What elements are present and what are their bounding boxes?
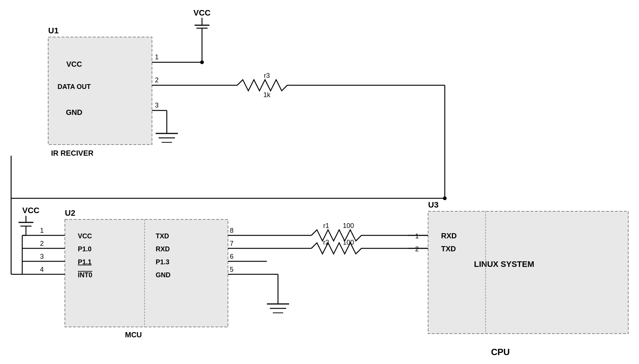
junction-bottom-right — [443, 196, 447, 200]
r2-value: 100 — [343, 239, 354, 246]
u3-rxd-label: RXD — [441, 232, 457, 240]
u2-label: U2 — [65, 208, 75, 218]
u2-vcc-label: VCC — [78, 232, 92, 240]
u3-label: U3 — [428, 200, 438, 209]
u1-name-label: IR RECIVER — [51, 149, 94, 157]
u2-pin5-num: 5 — [230, 266, 234, 273]
u2-pin7-num: 7 — [230, 240, 234, 247]
u3-cpu-label: CPU — [491, 347, 510, 357]
u2-p10-label: P1.0 — [78, 245, 92, 253]
vcc-top-label: VCC — [193, 8, 211, 17]
u2-rxd-label: RXD — [156, 245, 170, 253]
junction-vcc-pin1 — [200, 60, 204, 64]
u2-pin4-num: 4 — [40, 266, 44, 273]
u1-box — [48, 37, 152, 145]
u1-vcc-label: VCC — [66, 60, 82, 68]
u2-name-label: MCU — [125, 331, 142, 339]
u2-p13-label: P1.3 — [156, 258, 169, 266]
u2-pin6-num: 6 — [230, 253, 234, 260]
r1-label: r1 — [323, 222, 329, 229]
u1-dataout-label: DATA OUT — [57, 83, 91, 90]
u1-label: U1 — [48, 26, 59, 35]
schematic-diagram: U1 VCC DATA OUT GND 1 2 3 IR RECIVER VCC — [0, 0, 639, 364]
r3-resistor — [237, 80, 304, 91]
u3-box — [428, 211, 628, 334]
u3-txd-label: TXD — [441, 245, 456, 253]
r1-resistor — [311, 230, 367, 241]
u2-pin8-num: 8 — [230, 227, 234, 234]
u3-pin2-num: 2 — [415, 245, 419, 253]
u3-linux-label: LINUX SYSTEM — [474, 259, 534, 269]
u1-pin1-num: 1 — [155, 53, 159, 61]
u2-gnd-label: GND — [156, 271, 170, 279]
u2-pin1-num: 1 — [40, 227, 44, 234]
u1-gnd-label: GND — [66, 108, 82, 116]
u2-pin3-num: 3 — [40, 253, 44, 260]
u2-int0-label: INT0 — [78, 271, 92, 279]
u2-p11-label: P1.1 — [78, 258, 92, 266]
r3-label: r3 — [264, 72, 270, 79]
r3-value: 1k — [263, 91, 271, 99]
u1-pin3-num: 3 — [155, 102, 159, 109]
u3-pin1-num: 1 — [415, 232, 419, 240]
vcc-bottom-label: VCC — [22, 206, 40, 215]
u1-pin2-num: 2 — [155, 76, 159, 84]
u2-txd-label: TXD — [156, 232, 169, 240]
u2-pin2-num: 2 — [40, 240, 44, 247]
r2-resistor — [311, 243, 367, 254]
r1-value: 100 — [343, 222, 354, 229]
